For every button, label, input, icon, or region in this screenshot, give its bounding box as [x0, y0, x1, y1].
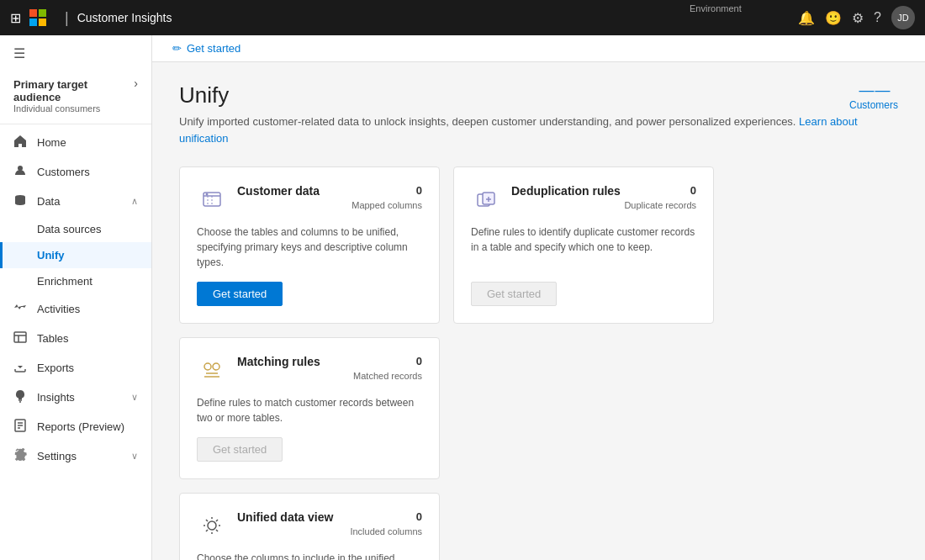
svg-point-15 [204, 363, 211, 370]
customer-data-card: Customer data 0 Mapped columns Choose th… [179, 166, 440, 324]
waffle-icon[interactable]: ⊞ [10, 10, 21, 26]
target-group-label: Primary target audience [13, 78, 138, 103]
customers-badge-label: Customers [849, 99, 898, 111]
card-title-area: Deduplication rules [511, 184, 624, 198]
card-title-area: Unified data view [237, 510, 350, 524]
env-badge: Environment [690, 3, 742, 13]
card-title-area: Matching rules [237, 355, 353, 368]
breadcrumb-bar: ✏ Get started [152, 35, 925, 62]
deduplication-btn[interactable]: Get started [471, 282, 557, 306]
deduplication-card: Deduplication rules 0 Duplicate records … [453, 166, 714, 324]
sidebar-item-activities[interactable]: Activities [0, 294, 151, 324]
cards-row2: Unified data view 0 Included columns Cho… [179, 493, 898, 560]
help-icon[interactable]: ? [874, 10, 881, 25]
pencil-icon: ✏ [172, 42, 182, 55]
sidebar-item-data-sources[interactable]: Data sources [0, 216, 151, 242]
sidebar: ☰ › Primary target audience Individual c… [0, 35, 152, 560]
card-title: Customer data [237, 184, 352, 198]
exports-icon [13, 360, 29, 376]
svg-point-16 [213, 363, 219, 370]
card-description: Choose the tables and columns to be unif… [197, 225, 422, 270]
sidebar-item-data[interactable]: Data ∧ [0, 187, 151, 216]
topbar-actions: 🔔 🙂 ⚙ ? JD [798, 6, 915, 29]
settings-icon[interactable]: ⚙ [852, 10, 864, 26]
card-description: Define rules to identify duplicate custo… [471, 225, 696, 270]
card-count: 0 [350, 510, 422, 523]
data-icon [13, 193, 29, 209]
settings-chevron-icon: ∨ [131, 451, 138, 462]
sidebar-item-unify[interactable]: Unify [0, 242, 151, 268]
card-title-area: Customer data [237, 184, 352, 198]
sidebar-item-insights[interactable]: Insights ∨ [0, 383, 151, 412]
target-group[interactable]: › Primary target audience Individual con… [0, 71, 151, 124]
card-count: 0 [353, 355, 422, 367]
page-title: Unify [179, 82, 898, 108]
card-count-label: Included columns [350, 526, 422, 536]
card-count: 0 [624, 184, 696, 197]
insights-icon [13, 389, 29, 405]
target-chevron-icon[interactable]: › [134, 77, 138, 90]
sidebar-nav: Home Customers Data ∧ Data source [0, 124, 151, 560]
customer-data-btn[interactable]: Get started [197, 282, 283, 306]
sidebar-item-customers[interactable]: Customers [0, 157, 151, 187]
customer-data-icon [197, 184, 227, 214]
card-count-area: 0 Included columns [350, 510, 422, 538]
smiley-icon[interactable]: 🙂 [825, 10, 842, 26]
unified-view-icon [197, 510, 227, 541]
card-count-label: Duplicate records [624, 200, 696, 210]
activities-icon [13, 301, 29, 317]
card-header: Customer data 0 Mapped columns [197, 184, 422, 214]
customers-badge-icon: — — [859, 82, 888, 98]
reports-icon [13, 419, 29, 435]
customers-badge: — — Customers [849, 82, 898, 111]
matching-rules-btn[interactable]: Get started [197, 437, 283, 462]
sidebar-item-reports[interactable]: Reports (Preview) [0, 412, 151, 441]
sidebar-item-exports[interactable]: Exports [0, 353, 151, 383]
card-count-area: 0 Duplicate records [624, 184, 696, 212]
main-area: ✏ Get started — — Customers Unify Unify … [152, 35, 925, 560]
layout: ☰ › Primary target audience Individual c… [0, 35, 925, 560]
card-header: Matching rules 0 Matched records [197, 355, 422, 385]
card-count-label: Matched records [353, 371, 422, 381]
sidebar-item-settings[interactable]: Settings ∨ [0, 441, 151, 471]
data-subnav: Data sources Unify Enrichment [0, 216, 151, 294]
sidebar-item-home[interactable]: Home [0, 128, 151, 157]
app-title: Customer Insights [77, 11, 172, 24]
card-title: Deduplication rules [511, 184, 624, 198]
svg-rect-2 [14, 332, 26, 342]
tables-icon [13, 330, 29, 346]
data-chevron-icon: ∧ [131, 196, 138, 207]
page-description: Unify imported customer-related data to … [179, 114, 898, 146]
notification-icon[interactable]: 🔔 [798, 10, 815, 26]
card-count-area: 0 Mapped columns [352, 184, 422, 212]
cards-row1: Customer data 0 Mapped columns Choose th… [179, 166, 898, 479]
insights-chevron-icon: ∨ [131, 392, 138, 403]
microsoft-logo [29, 9, 46, 26]
matching-rules-icon [197, 355, 227, 385]
card-title: Unified data view [237, 510, 350, 524]
unified-data-view-card: Unified data view 0 Included columns Cho… [179, 493, 440, 560]
card-header: Deduplication rules 0 Duplicate records [471, 184, 696, 214]
card-title: Matching rules [237, 355, 353, 368]
card-description: Define rules to match customer records b… [197, 395, 422, 425]
home-icon [13, 135, 29, 151]
topbar: ⊞ | Customer Insights Environment 🔔 🙂 ⚙ … [0, 0, 925, 35]
card-description: Choose the columns to include in the uni… [197, 551, 422, 560]
card-count-label: Mapped columns [352, 200, 422, 210]
svg-point-12 [206, 193, 209, 196]
matching-rules-card: Matching rules 0 Matched records Define … [179, 337, 440, 479]
settings-sidebar-icon [13, 448, 29, 464]
deduplication-icon [471, 184, 501, 214]
user-avatar[interactable]: JD [891, 6, 915, 29]
breadcrumb-text[interactable]: Get started [187, 42, 240, 55]
sidebar-item-enrichment[interactable]: Enrichment [0, 268, 151, 294]
card-count-area: 0 Matched records [353, 355, 422, 383]
card-count: 0 [352, 184, 422, 197]
sidebar-hamburger[interactable]: ☰ [0, 35, 151, 71]
card-header: Unified data view 0 Included columns [197, 510, 422, 541]
content-area: — — Customers Unify Unify imported custo… [152, 62, 925, 560]
svg-point-17 [208, 521, 216, 530]
customers-icon [13, 164, 29, 180]
target-group-sub: Individual consumers [13, 103, 138, 114]
sidebar-item-tables[interactable]: Tables [0, 324, 151, 353]
